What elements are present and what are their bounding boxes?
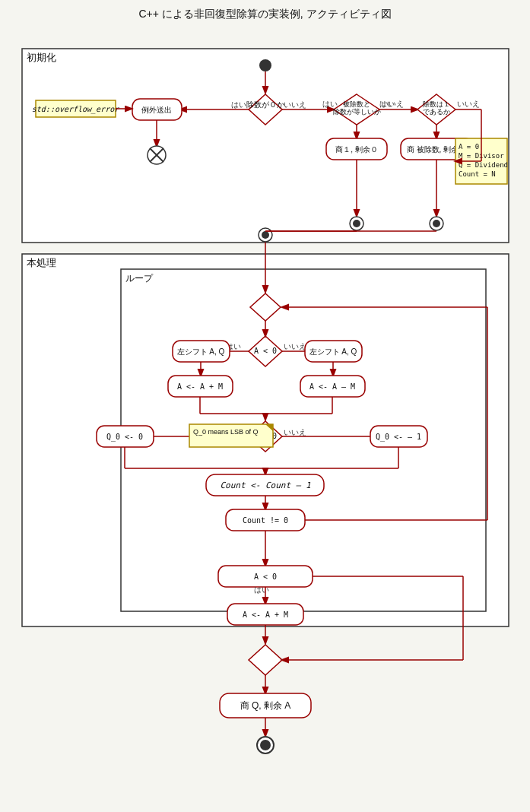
left-shift-aq-left-label: 左シフト A, Q <box>176 347 224 356</box>
yes-label-2: はい <box>322 100 338 108</box>
a-minus-m-label: A <- A – M <box>309 382 354 391</box>
a-plus-m-post-label: A <- A + M <box>242 611 287 619</box>
swimlane-loop-label: ループ <box>125 273 154 284</box>
final-activity-node-inner <box>260 740 271 750</box>
svg-text:A = 0: A = 0 <box>459 143 479 151</box>
equal-check-label: 被除数と <box>343 100 370 108</box>
no-label-3: いいえ <box>457 100 480 108</box>
post-merge-diamond <box>249 645 282 675</box>
swimlane-main-label: 本処理 <box>27 257 56 268</box>
yes-label-1: はい <box>231 100 246 109</box>
count-dec-label: Count <- Count – 1 <box>220 481 311 490</box>
no-label-a-lt0: いいえ <box>284 342 306 350</box>
svg-text:除数が等しいか: 除数が等しいか <box>332 108 380 116</box>
flow-junction-1-inner <box>262 231 269 239</box>
q0-minus1-label: Q_0 <- 0 <box>106 433 142 442</box>
final-node-1-inner <box>353 220 360 227</box>
initial-node <box>259 59 271 71</box>
yes-label-3: はい <box>379 100 395 108</box>
q0-minus1b-label: Q_0 <- – 1 <box>375 433 421 442</box>
svg-rect-2 <box>121 269 486 611</box>
overflow-error-label: std::overflow_error <box>31 105 119 114</box>
swimlane-init-label: 初期化 <box>27 52 56 63</box>
svg-text:除数は１: 除数は１ <box>423 100 450 108</box>
exception-out-label: 例外送出 <box>141 106 172 114</box>
page-title: C++ による非回復型除算の実装例, アクティビティ図 <box>0 0 530 26</box>
yes-label-post: はい <box>254 585 269 594</box>
q0-lsb-label: Q_0 means LSB of Q <box>193 428 259 436</box>
final-output-label: 商 Q, 剰余 A <box>240 700 290 711</box>
a-lt0-label-1: A < 0 <box>253 347 276 355</box>
no-label-a-lt0-2: いいえ <box>284 428 306 436</box>
left-shift-aq-right-label: 左シフト A, Q <box>309 347 357 356</box>
svg-text:Q = Dividend: Q = Dividend <box>459 161 508 169</box>
final-node-2-inner <box>433 220 440 227</box>
a-lt0-post-label: A < 0 <box>253 573 276 581</box>
no-label-1: いいえ <box>284 100 306 109</box>
count-check-label: Count != 0 <box>242 516 287 525</box>
div-zero-label: 除数が０か <box>246 100 284 109</box>
svg-text:Count = N: Count = N <box>459 170 496 178</box>
quotient1-label: 商１, 剰余０ <box>335 145 378 154</box>
svg-text:であるか: であるか <box>423 108 450 116</box>
a-plus-m-label: A <- A + M <box>176 382 222 391</box>
